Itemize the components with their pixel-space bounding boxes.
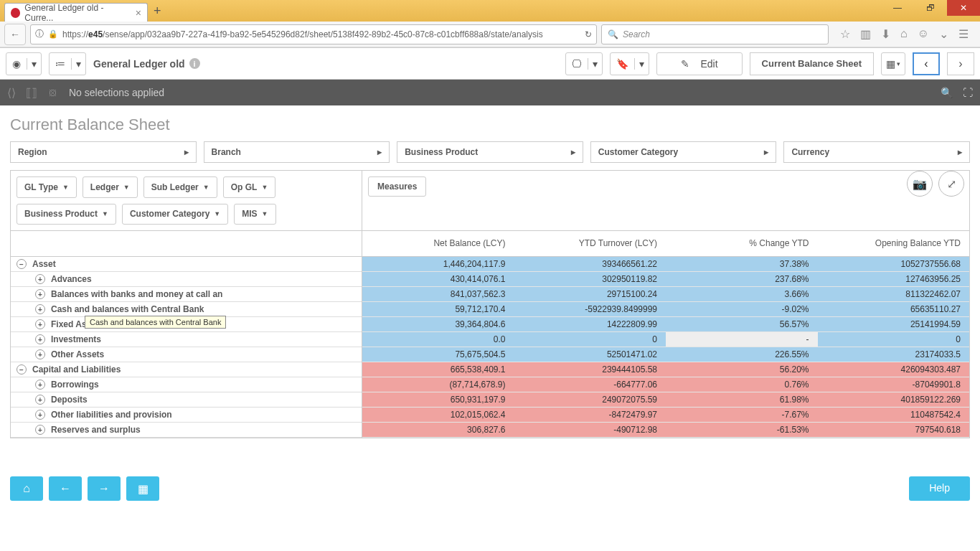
library-icon[interactable]: ▥ xyxy=(860,27,871,41)
expand-toggle[interactable]: + xyxy=(35,274,45,284)
tree-row[interactable]: +Other liabilities and provision xyxy=(11,408,362,423)
tree-row[interactable]: −Asset xyxy=(11,257,362,272)
next-nav-button[interactable]: → xyxy=(88,476,121,501)
search-box[interactable]: 🔍 Search xyxy=(601,24,829,44)
search-selections-icon[interactable]: 🔍 xyxy=(941,87,953,98)
prev-sheet-button[interactable]: ‹ xyxy=(913,52,940,75)
list-menu-button[interactable]: ≔▾ xyxy=(49,52,86,75)
info-icon[interactable]: i xyxy=(189,58,200,69)
dim-button-op-gl[interactable]: Op GL▼ xyxy=(223,176,276,198)
data-cell[interactable]: 797540.618 xyxy=(818,423,970,437)
help-button[interactable]: Help xyxy=(909,476,970,501)
data-cell[interactable]: 665,538,409.1 xyxy=(362,362,514,377)
back-button[interactable]: ← xyxy=(4,24,26,45)
dim-button-customer-category[interactable]: Customer Category▼ xyxy=(122,204,228,225)
dim-button-gl-type[interactable]: GL Type▼ xyxy=(17,176,77,198)
data-cell[interactable]: -7.67% xyxy=(666,408,818,422)
data-cell[interactable]: 25141994.59 xyxy=(818,317,970,331)
tree-row[interactable]: +Advances xyxy=(11,272,362,287)
data-cell[interactable]: 56.57% xyxy=(666,317,818,331)
data-cell[interactable]: 239444105.58 xyxy=(514,362,666,377)
expand-toggle[interactable]: + xyxy=(35,334,45,344)
dim-button-mis[interactable]: MIS▼ xyxy=(234,204,275,225)
data-cell[interactable]: 0 xyxy=(514,332,666,347)
column-header[interactable]: % Change YTD xyxy=(666,231,818,256)
data-cell[interactable]: 0.0 xyxy=(362,332,514,347)
identity-icon[interactable]: ⓘ xyxy=(35,28,44,40)
data-cell[interactable]: -664777.06 xyxy=(514,377,666,392)
data-cell[interactable]: -8472479.97 xyxy=(514,408,666,422)
data-cell[interactable]: 430,414,076.1 xyxy=(362,272,514,286)
data-cell[interactable]: -61.53% xyxy=(666,423,818,437)
expand-toggle[interactable]: + xyxy=(35,380,45,390)
tree-row[interactable]: +Other Assets xyxy=(11,347,362,362)
data-cell[interactable]: 59,712,170.4 xyxy=(362,302,514,316)
table-nav-button[interactable]: ▦ xyxy=(126,476,159,501)
expand-button[interactable]: ⤢ xyxy=(938,171,964,197)
data-cell[interactable]: -9.02% xyxy=(666,302,818,316)
sheet-name[interactable]: Current Balance Sheet xyxy=(750,52,874,75)
bookmark-star-icon[interactable]: ☆ xyxy=(840,27,850,41)
tree-row[interactable]: +Cash and balances with Central Bank xyxy=(11,302,362,317)
data-cell[interactable]: 39,364,804.6 xyxy=(362,317,514,331)
selection-clear-icon[interactable]: ⦻ xyxy=(47,86,59,99)
filter-business-product[interactable]: Business Product xyxy=(397,141,583,163)
url-box[interactable]: ⓘ 🔒 https:// e45 /sense/app/032aa9b7-227… xyxy=(30,24,597,44)
snapshot-button[interactable]: 📷 xyxy=(907,171,933,197)
save-pocket-icon[interactable]: ⌄ xyxy=(939,27,948,41)
column-header[interactable]: YTD Turnover (LCY) xyxy=(514,231,666,256)
data-cell[interactable]: 37.38% xyxy=(666,257,818,271)
grid-menu-button[interactable]: ▦▾ xyxy=(881,52,905,75)
edit-button[interactable]: ✎ Edit xyxy=(656,52,743,75)
data-cell[interactable]: 0 xyxy=(818,332,970,347)
data-cell[interactable]: 56.20% xyxy=(666,362,818,377)
tree-row[interactable]: −Capital and Liabilities xyxy=(11,362,362,377)
expand-toggle[interactable]: + xyxy=(35,395,45,405)
device-menu-button[interactable]: 🖵▾ xyxy=(565,52,603,75)
dim-button-sub-ledger[interactable]: Sub Ledger▼ xyxy=(143,176,217,198)
data-cell[interactable]: 102,015,062.4 xyxy=(362,408,514,422)
data-cell[interactable]: 426094303.487 xyxy=(818,362,970,377)
expand-toggle[interactable]: − xyxy=(17,259,27,269)
data-cell[interactable]: 52501471.02 xyxy=(514,347,666,362)
measures-button[interactable]: Measures xyxy=(368,176,426,197)
menu-icon[interactable]: ☰ xyxy=(958,27,969,41)
data-cell[interactable]: 23174033.5 xyxy=(818,347,970,362)
tree-row[interactable]: +Investments xyxy=(11,332,362,347)
data-cell[interactable]: -490712.98 xyxy=(514,423,666,437)
data-cell[interactable]: 29715100.24 xyxy=(514,287,666,301)
new-tab-button[interactable]: + xyxy=(154,4,161,19)
data-cell[interactable]: 650,931,197.9 xyxy=(362,392,514,407)
filter-region[interactable]: Region xyxy=(10,141,197,163)
home-nav-button[interactable]: ⌂ xyxy=(10,476,43,501)
expand-toggle[interactable]: + xyxy=(35,304,45,314)
downloads-icon[interactable]: ⬇ xyxy=(881,27,890,41)
data-cell[interactable]: 302950119.82 xyxy=(514,272,666,286)
tree-row[interactable]: +Balances with banks and money at call a… xyxy=(11,287,362,302)
reload-icon[interactable]: ↻ xyxy=(585,29,592,39)
data-cell[interactable]: 1,446,204,117.9 xyxy=(362,257,514,271)
data-cell[interactable]: (87,714,678.9) xyxy=(362,377,514,392)
tree-row[interactable]: +Borrowings xyxy=(11,377,362,392)
selections-tool-icon[interactable]: ⛶ xyxy=(963,87,973,98)
bookmark-menu-button[interactable]: 🔖▾ xyxy=(610,52,649,75)
expand-toggle[interactable]: + xyxy=(35,319,45,329)
data-cell[interactable]: 393466561.22 xyxy=(514,257,666,271)
data-cell[interactable]: 3.66% xyxy=(666,287,818,301)
tab-close-icon[interactable]: × xyxy=(136,7,141,19)
data-cell[interactable]: 306,827.6 xyxy=(362,423,514,437)
data-cell[interactable]: - xyxy=(666,332,818,347)
filter-currency[interactable]: Currency xyxy=(783,141,970,163)
column-header[interactable]: Opening Balance YTD xyxy=(818,231,970,256)
selection-back-icon[interactable]: ⟨⟩ xyxy=(7,86,16,100)
data-cell[interactable]: -87049901.8 xyxy=(818,377,970,392)
data-cell[interactable]: 237.68% xyxy=(666,272,818,286)
dim-button-ledger[interactable]: Ledger▼ xyxy=(83,176,138,198)
column-header[interactable]: Net Balance (LCY) xyxy=(362,231,514,256)
tree-row[interactable]: +Deposits xyxy=(11,392,362,408)
data-cell[interactable]: 110487542.4 xyxy=(818,408,970,422)
filter-branch[interactable]: Branch xyxy=(204,141,390,163)
expand-toggle[interactable]: + xyxy=(35,410,45,420)
expand-toggle[interactable]: + xyxy=(35,425,45,435)
prev-nav-button[interactable]: ← xyxy=(49,476,82,501)
